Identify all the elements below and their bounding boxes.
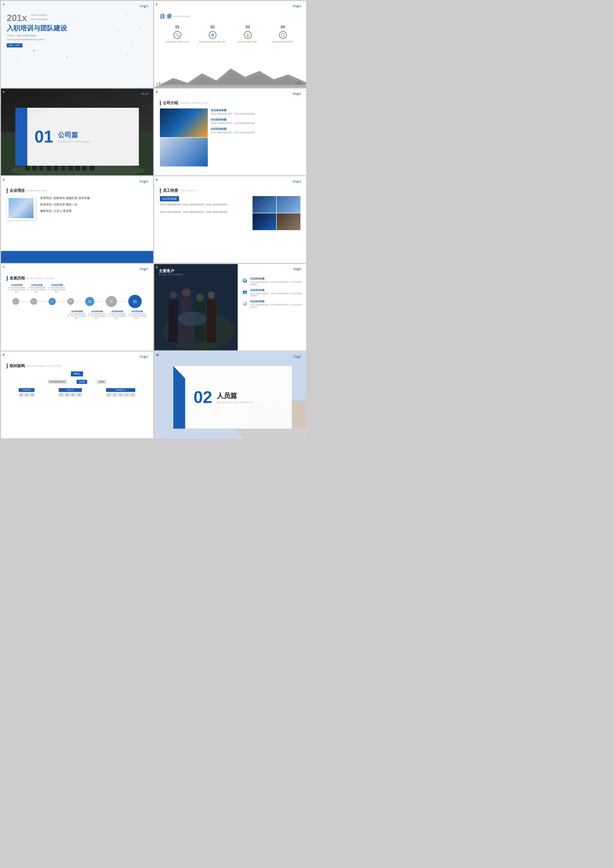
slide9-header: 组织架构 ORGANIZATIONAL STRUCTURE [7,363,147,368]
tl1-title: 在此添加标题 [7,284,27,286]
org-mid-row: 特许授权合作伙伴 总经理 法务部 [48,377,106,384]
slide1-tagline: team building and orientation [31,13,49,21]
item1-desc: 在此录入图表的描述说明，在此录入图表的描述说明，在此录入图表的描述说明。 [250,281,302,286]
org-chart: 董事会 特许授权合作伙伴 总经理 法务部 市场部经理 小组 [7,371,147,397]
tl-bot-4: 在此添加标题 在此录入图表的描述说明，在此录入图表的描述说明。 [67,310,87,319]
slide10-num: 02 [194,389,212,405]
logo-5: lOgO [140,180,149,183]
org-tech: 科技有限公司 组 组 组 组 组 [106,386,135,397]
slide8-title-cn: 主要客户 [159,269,233,274]
slide2-title-en: DIRECTORY [174,16,191,18]
slide2-item-4: 04 📋 PLANNING REPORT [265,25,301,43]
slide-7: 7 lOgO 发展历程 DEVELOPMENT COURSE 在此添加标题 在此… [1,264,153,351]
slide-number-3: 3 [3,90,4,93]
tl7-title: 在此添加标题 [127,310,147,313]
logo-2: lOgO [293,4,301,8]
logo-6: lOgO [293,180,301,183]
slide-5: 5 lOgO 企业理念 ENTERPRISE IDEA 发展理念--创新务实 超… [1,176,153,263]
slide2-items: 01 🔍 COMPANY ARTICLES 02 ⚙️ RESEARCHERS … [160,25,301,43]
slide8-right: lOgO 🌍 在此添加标题 在此录入图表的描述说明，在此录入图表的描述说明，在此… [238,264,306,351]
slide4-images [160,109,208,166]
item1-title: 在此添加标题 [250,277,302,280]
org-company-subs: 部门 部门 部门 部门 [59,393,82,397]
org-node-company: 某某公司 [59,388,82,392]
item4-num: 04 [265,25,301,29]
slide-4: 4 lOgO 公司介绍 COMPANY INTRODUCTION 在此添加标题 … [154,89,306,175]
slide5-ideas: 发展理念--创新务实 超越自我 追求卓越 技术理念--日新月异 领先一步 服务理… [40,196,147,220]
org-node-board: 董事会 [71,371,83,376]
slide8-items: 🌍 在此添加标题 在此录入图表的描述说明，在此录入图表的描述说明，在此录入图表的… [242,277,302,308]
slide7-header: 发展历程 DEVELOPMENT COURSE [7,276,147,281]
slide3-num: 01 [34,128,53,145]
slide6-title-cn: 员工特质 [163,188,178,193]
slide8-section-header: 主要客户 MAJOR CUSTOMERS [159,269,233,275]
slide5-idea2: 技术理念--日新月异 领先一步 [40,203,147,207]
logo-4: lOgO [293,92,301,96]
slide4-point1: 在此添加标题 在此录入图表的描述说明，在此录入图表的描述说明。 [211,109,301,115]
slide3-overlay: 01 公司篇 COMPANY ARTICLES [16,108,139,166]
slide6-body: 在此添加标题 在此录入图表的描述说明，在此录入图表的描述说明，在此录入图表的描述… [160,196,301,230]
circle-2: Text [30,298,37,305]
item1-icon: 🔍 [174,31,181,39]
tl6-desc: 在此录入图表的描述说明，在此录入图表的描述说明。 [107,313,127,319]
tl4-desc: 在此录入图表的描述说明，在此录入图表的描述说明。 [67,313,87,319]
slide6-left: 在此添加标题 在此录入图表的描述说明，在此录入图表的描述说明，在此录入图表的描述… [160,196,249,230]
slide6-title-en: STAFF QUALITY [180,189,197,192]
slide6-desc1: 在此录入图表的描述说明，在此录入图表的描述说明，在此录入图表的描述说明。 [160,203,249,207]
circle-4: Text [67,298,74,305]
item2-title: 在此添加标题 [250,289,302,292]
logo-8: lOgO [294,267,301,271]
sub-node-8: 组 [106,393,111,397]
slide2-item-2: 02 ⚙️ RESEARCHERS REPORT [195,25,230,43]
slide6-images [253,196,301,230]
svg-rect-17 [157,83,158,85]
svg-point-6 [33,49,36,52]
slide1-subtitle: 公司篇/ 人员篇/ 制度篇/ 规划篇 company/paper/article… [7,34,147,42]
tl-bot-6: 在此添加标题 在此录入图表的描述说明，在此录入图表的描述说明。 [107,310,127,319]
slide9-title-cn: 组织架构 [9,363,25,368]
circle-5: Text2013 [85,297,94,306]
slide5-header: 企业理念 ENTERPRISE IDEA [7,188,147,193]
slide1-badge: 培训：1PPT [7,43,23,47]
slide6-img2 [277,196,301,213]
item4-label: PLANNING REPORT [265,41,301,43]
slide-number-5: 5 [3,178,4,181]
slide10-text: 人员篇 RESEARCHERS REPORT [217,391,253,404]
tl3-desc: 在此录入图表的描述说明，在此录入图表的描述说明。 [47,286,67,293]
svg-rect-21 [298,81,300,85]
slide5-img [7,196,36,220]
point2-desc: 在此录入图表的描述说明，在此录入图表的描述说明。 [211,122,301,125]
slide4-header: 公司介绍 COMPANY INTRODUCTION [160,101,301,106]
slide4-point2: 在此添加标题 在此录入图表的描述说明，在此录入图表的描述说明。 [211,118,301,125]
slide4-img2 [160,138,208,166]
org-left-branch: 特许授权合作伙伴 [48,377,67,384]
slide5-idea3: 服务理念--人至上 客至尊 [40,209,147,213]
org-node-gm: 总经理 [77,380,87,384]
slide2-title-cn: 目 录 [160,13,172,20]
sub-node-6: 部门 [71,393,76,397]
slide4-body: 在此添加标题 在此录入图表的描述说明，在此录入图表的描述说明。 在此添加标题 在… [160,109,301,166]
tl2-title: 在此添加标题 [27,284,47,286]
slide4-point3: 在此添加标题 在此录入图表的描述说明，在此录入图表的描述说明。 [211,127,301,134]
org-tech-subs: 组 组 组 组 组 [106,393,135,397]
slide2-item-3: 03 💡 SYSTEM OF POST [230,25,265,43]
slide-10: 10 02 人员篇 RESEARCHERS REPORT lOgO [154,351,306,438]
sub-node-3: 小组 [30,393,34,397]
slide-number-10: 10 [156,353,159,356]
tl-top-3: 在此添加标题 在此录入图表的描述说明，在此录入图表的描述说明。 [47,284,67,293]
slide9-title-en: ORGANIZATIONAL STRUCTURE [26,365,61,367]
sub-node-4: 部门 [59,393,64,397]
svg-point-7 [66,56,68,58]
point1-title: 在此添加标题 [211,109,301,112]
sub-node-11: 组 [124,393,129,397]
org-company: 某某公司 部门 部门 部门 部门 [59,386,82,397]
item3-icon: 💡 [244,31,251,39]
org-bottom-row: 市场部经理 小组 小组 小组 某某公司 部门 部门 部门 部门 [7,386,147,397]
slide-number-8: 8 [156,266,158,269]
slide8-left: 主要客户 MAJOR CUSTOMERS [154,264,238,351]
svg-line-13 [127,51,146,54]
circle-1: Text [12,298,19,305]
tl2-desc: 在此录入图表的描述说明，在此录入图表的描述说明。 [27,286,47,293]
slide8-icon3: 📊 [242,300,248,306]
timeline-bottom-labels: 在此添加标题 在此录入图表的描述说明，在此录入图表的描述说明。 在此添加标题 在… [7,310,147,319]
